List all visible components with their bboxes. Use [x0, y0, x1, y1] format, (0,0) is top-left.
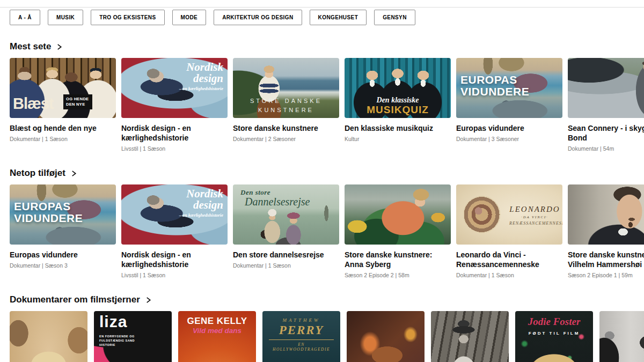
card-meta: Dokumentar | 54m: [568, 145, 644, 152]
thumbnail-store-danske-kunstnere[interactable]: STORE DANSKE KUNSTNERE: [233, 58, 339, 118]
card-title[interactable]: Store danske kunstnere: Anna Syberg: [345, 250, 451, 269]
thumbnail-europas-vidundere[interactable]: EUROPAS VIDUNDERE: [10, 184, 116, 245]
thumbnail-street-photo[interactable]: [599, 311, 644, 362]
thumbnail-nordisk-design[interactable]: Nordisk design – en kærlighedshistorie: [121, 184, 228, 245]
card-title[interactable]: Nordisk design - en kærlighedshistorie: [121, 123, 228, 143]
card-meta: Dokumentar | 1 Sæson: [456, 272, 562, 278]
chevron-right-icon: [70, 170, 77, 177]
thumbnail-europas-vidundere[interactable]: EUROPAS VIDUNDERE: [456, 58, 562, 118]
card-meta: Livsstil | 1 Sæson: [121, 272, 228, 278]
card-street-photo[interactable]: [599, 311, 644, 362]
card-meta: Dokumentar | 1 Sæson: [10, 136, 116, 142]
card-title[interactable]: Europas vidundere: [10, 250, 116, 260]
section-link-netop-tilfojet[interactable]: Netop tilføjet: [0, 168, 644, 179]
card-meta: Dokumentar | Sæson 3: [10, 262, 116, 269]
thumbnail-musikquiz[interactable]: Den klassiske MUSIKQUIZ: [345, 58, 451, 118]
card-meta: Kultur: [345, 136, 451, 142]
card-europas-vidundere[interactable]: EUROPAS VIDUNDERE Europas vidundere Doku…: [456, 58, 562, 152]
thumbnail-dannelsesrejse[interactable]: Den store Dannelsesrejse: [233, 184, 339, 245]
chevron-right-icon: [145, 297, 152, 304]
poster-subtitle: FØDT TIL FILM: [515, 331, 593, 336]
card-liza[interactable]: liza EN FORRYGENDE OG FULDSTÆNDIG SAND H…: [94, 311, 172, 362]
section-netop-tilfojet: Netop tilføjet EUROPAS VIDUNDERE Europas…: [0, 168, 644, 278]
poster-script: Den klassiske: [345, 96, 451, 105]
thumbnail-leonardo[interactable]: LEONARDO ·DA VINCI· RENÆSSANCEMENNESKE: [456, 184, 562, 245]
card-gene-kelly[interactable]: GENE KELLY Vild med dans: [178, 311, 256, 362]
card-title[interactable]: Blæst og hende den nye: [10, 123, 116, 133]
card-meta: Sæson 2 Episode 1 | 59m: [568, 272, 644, 278]
card-anna-syberg[interactable]: Store danske kunstnere: Anna Syberg Sæso…: [345, 184, 451, 278]
card-matthew-perry[interactable]: MATTHEW PERRY EN HOLLYWOODTRAGEDIE: [262, 311, 340, 362]
poster-title: EUROPAS VIDUNDERE: [14, 201, 83, 225]
thumbnail-hammershoi[interactable]: [568, 184, 644, 245]
card-meta: Dokumentar | 2 Sæsoner: [233, 136, 339, 142]
card-meta: Sæson 2 Episode 2 | 58m: [345, 272, 451, 278]
thumbnail-glenn-close[interactable]: [10, 311, 87, 362]
poster-badge: OG HENDE DEN NYE: [63, 94, 92, 109]
card-vilhelm-hammershoi[interactable]: Store danske kunstnere: Vilhelm Hammersh…: [568, 184, 644, 278]
card-mia-farrow[interactable]: [347, 311, 425, 362]
thumbnail-blaest[interactable]: Blæst OG HENDE DEN NYE: [10, 58, 116, 118]
card-europas-vidundere-s3[interactable]: EUROPAS VIDUNDERE Europas vidundere Doku…: [10, 184, 116, 278]
poster-title: STORE DANSKE KUNSTNERE: [233, 97, 339, 114]
filter-button-musik[interactable]: MUSIK: [48, 10, 83, 25]
thumbnail-gene-kelly[interactable]: GENE KELLY Vild med dans: [178, 311, 256, 362]
thumbnail-jodie-foster[interactable]: Jodie Foster FØDT TIL FILM: [515, 311, 593, 362]
card-title[interactable]: Den klassiske musikquiz: [345, 123, 451, 133]
poster-title: GENE KELLY: [178, 316, 256, 327]
card-den-store-dannelsesrejse[interactable]: Den store Dannelsesrejse Den store danne…: [233, 184, 339, 278]
cards-row: EUROPAS VIDUNDERE Europas vidundere Doku…: [0, 184, 644, 278]
card-title[interactable]: Sean Connery - i skyggen af Bond: [568, 123, 644, 143]
filter-bar: A - Å MUSIK TRO OG EKSISTENS MODE ARKITE…: [0, 0, 644, 25]
filter-button-tro-og-eksistens[interactable]: TRO OG EKSISTENS: [91, 10, 164, 25]
card-title[interactable]: Nordisk design - en kærlighedshistorie: [121, 250, 228, 269]
section-title: Dokumentarer om filmstjerner: [10, 294, 140, 305]
filter-button-gensyn[interactable]: GENSYN: [374, 10, 415, 25]
filter-button-a-aa[interactable]: A - Å: [10, 10, 40, 25]
card-meta: Dokumentar | 1 Sæson: [233, 262, 339, 269]
card-blaest-og-hende-den-nye[interactable]: Blæst OG HENDE DEN NYE Blæst og hende de…: [10, 58, 116, 152]
filter-button-mode[interactable]: MODE: [172, 10, 207, 25]
card-nordisk-design[interactable]: Nordisk design – en kærlighedshistorie N…: [121, 184, 228, 278]
poster-subtitle: Vild med dans: [178, 327, 256, 335]
card-title[interactable]: Den store dannelsesrejse: [233, 250, 339, 260]
poster-title: Nordisk design – en kærlighedshistorie: [179, 62, 223, 91]
card-jodie-foster[interactable]: Jodie Foster FØDT TIL FILM: [515, 311, 593, 362]
card-title[interactable]: Store danske kunstnere: [233, 123, 339, 133]
card-den-klassiske-musikquiz[interactable]: Den klassiske MUSIKQUIZ Den klassiske mu…: [345, 58, 451, 152]
thumbnail-nordisk-design[interactable]: Nordisk design – en kærlighedshistorie: [121, 58, 228, 118]
cards-row: liza EN FORRYGENDE OG FULDSTÆNDIG SAND H…: [0, 311, 644, 362]
cards-row: Blæst OG HENDE DEN NYE Blæst og hende de…: [0, 58, 644, 152]
header-divider: [0, 7, 644, 8]
thumbnail-matthew-perry[interactable]: MATTHEW PERRY EN HOLLYWOODTRAGEDIE: [262, 311, 340, 362]
card-meta: Dokumentar | 3 Sæsoner: [456, 136, 562, 142]
section-link-dokumentarer-om-filmstjerner[interactable]: Dokumentarer om filmstjerner: [0, 294, 644, 305]
browse-page: A - Å MUSIK TRO OG EKSISTENS MODE ARKITE…: [0, 0, 644, 362]
card-title[interactable]: Store danske kunstnere: Vilhelm Hammersh…: [568, 250, 644, 269]
card-nordisk-design[interactable]: Nordisk design – en kærlighedshistorie N…: [121, 58, 228, 152]
poster-logo: Blæst: [13, 96, 54, 112]
section-link-mest-sete[interactable]: Mest sete: [0, 41, 644, 52]
thumbnail-anna-syberg[interactable]: [345, 184, 451, 245]
card-title[interactable]: Europas vidundere: [456, 123, 562, 133]
filter-button-arkitektur-og-design[interactable]: ARKITEKTUR OG DESIGN: [214, 10, 302, 25]
thumbnail-sean-connery[interactable]: Sean: [568, 58, 644, 118]
card-western-star[interactable]: [431, 311, 509, 362]
poster-title: MATTHEW PERRY EN HOLLYWOODTRAGEDIE: [262, 317, 340, 352]
section-mest-sete: Mest sete Blæst OG HENDE DEN NYE Blæst o…: [0, 41, 644, 152]
thumbnail-liza[interactable]: liza EN FORRYGENDE OG FULDSTÆNDIG SAND H…: [94, 311, 172, 362]
poster-logo: liza: [99, 314, 127, 330]
card-meta: Livsstil | 1 Sæson: [121, 145, 228, 152]
card-glenn-close[interactable]: [10, 311, 87, 362]
thumbnail-western-star[interactable]: [431, 311, 509, 362]
poster-logo: MUSIKQUIZ: [345, 104, 451, 116]
thumbnail-mia-farrow[interactable]: [347, 311, 425, 362]
card-leonardo-da-vinci[interactable]: LEONARDO ·DA VINCI· RENÆSSANCEMENNESKE L…: [456, 184, 562, 278]
card-sean-connery[interactable]: Sean Sean Connery - i skyggen af Bond Do…: [568, 58, 644, 152]
card-store-danske-kunstnere[interactable]: STORE DANSKE KUNSTNERE Store danske kuns…: [233, 58, 339, 152]
card-title[interactable]: Leonardo da Vinci - Renæssancemenneske: [456, 250, 562, 269]
section-title: Mest sete: [10, 41, 51, 52]
filter-button-kongehuset[interactable]: KONGEHUSET: [310, 10, 367, 25]
poster-title: LEONARDO ·DA VINCI· RENÆSSANCEMENNESKE: [509, 205, 560, 226]
section-title: Netop tilføjet: [10, 168, 65, 179]
